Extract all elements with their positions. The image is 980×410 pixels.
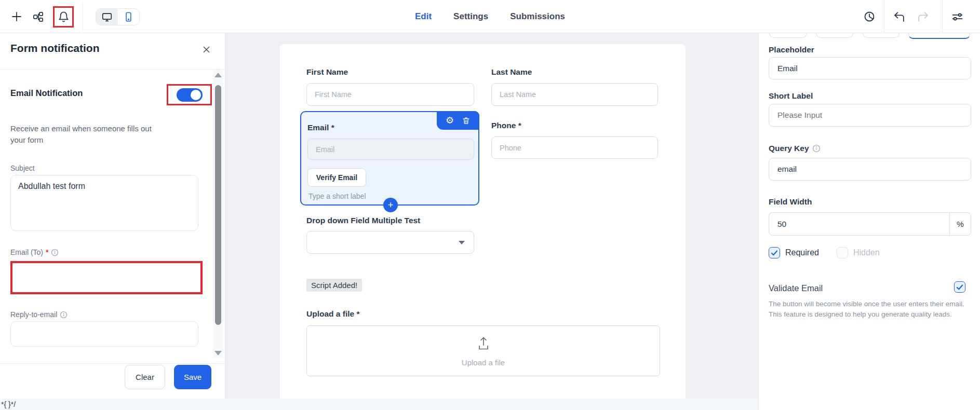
query-key-input[interactable] <box>769 158 971 181</box>
subject-label: Subject <box>10 164 35 172</box>
scroll-up-arrow[interactable] <box>214 73 222 77</box>
required-checkbox[interactable] <box>769 247 780 258</box>
subject-input[interactable]: Abdullah test form <box>10 175 198 231</box>
first-name-input[interactable] <box>306 83 474 106</box>
required-asterisk: * <box>46 248 48 256</box>
validate-email-description: The button will become visible once the … <box>769 299 965 319</box>
desktop-icon <box>101 11 113 23</box>
short-label-helper: Type a short label <box>308 192 366 200</box>
redo-button[interactable] <box>915 9 931 24</box>
query-key-label: Query Key <box>769 144 821 153</box>
main-nav: Edit Settings Submissions <box>415 0 565 33</box>
check-icon <box>956 284 963 291</box>
scroll-down-arrow[interactable] <box>214 351 222 356</box>
undo-icon <box>893 10 906 23</box>
bell-icon <box>58 11 70 23</box>
width-option-button[interactable] <box>863 33 900 38</box>
phone-input[interactable] <box>491 136 658 159</box>
bottom-strip: *{ }*/ <box>0 399 758 410</box>
info-icon[interactable] <box>812 144 821 153</box>
notifications-button[interactable] <box>56 9 71 25</box>
undo-button[interactable] <box>891 9 907 24</box>
validate-email-checkbox[interactable] <box>954 281 965 293</box>
reply-to-label: Reply-to-email <box>10 310 68 319</box>
panel-title: Form notification <box>10 42 100 54</box>
field-settings-icon[interactable]: ⚙ <box>446 116 454 125</box>
width-option-button-active[interactable] <box>908 33 970 39</box>
placeholder-input[interactable] <box>769 57 971 79</box>
email-field-label: Email * <box>307 123 334 132</box>
upload-dropzone[interactable]: Upload a file <box>306 325 660 376</box>
hidden-checkbox-label[interactable]: Hidden <box>853 248 880 257</box>
short-label-input[interactable] <box>769 104 971 127</box>
info-icon[interactable] <box>51 249 59 256</box>
close-icon <box>202 45 211 54</box>
hidden-checkbox[interactable] <box>837 247 848 258</box>
add-field-button[interactable]: + <box>383 198 398 212</box>
placeholder-label: Placeholder <box>769 45 814 54</box>
upload-placeholder: Upload a file <box>462 358 505 367</box>
toggle-highlight-box <box>167 84 212 105</box>
device-preview-toggle <box>96 8 140 25</box>
email-notification-label: Email Notification <box>10 88 83 98</box>
field-properties-panel: Placeholder Short Label Query Key Field … <box>758 33 980 410</box>
dropdown-field-label: Drop down Field Multiple Test <box>306 216 420 225</box>
dropdown-select[interactable] <box>306 231 474 254</box>
workflow-icon <box>32 11 44 23</box>
stray-code-text: *{ }*/ <box>1 400 16 408</box>
form-settings-button[interactable] <box>949 9 965 24</box>
script-added-badge: Script Added! <box>306 279 362 292</box>
top-toolbar: Edit Settings Submissions <box>0 0 980 33</box>
email-input[interactable] <box>307 139 474 160</box>
email-field-selected[interactable]: ⚙ Email * Verify Email Type a short labe… <box>300 111 479 206</box>
email-to-label: Email (To) * <box>10 248 59 256</box>
history-button[interactable] <box>862 9 877 24</box>
panel-footer-divider <box>0 363 225 364</box>
required-checkbox-label[interactable]: Required <box>785 248 819 257</box>
width-option-button[interactable] <box>769 33 807 38</box>
field-width-unit: % <box>949 212 971 236</box>
toggle-knob <box>191 90 201 100</box>
last-name-input[interactable] <box>491 83 658 106</box>
clear-button[interactable]: Clear <box>125 365 165 389</box>
close-panel-button[interactable] <box>200 44 212 55</box>
tab-settings[interactable]: Settings <box>453 11 488 22</box>
upload-field-label: Upload a file * <box>306 309 360 319</box>
upload-icon <box>475 335 492 351</box>
field-action-bar: ⚙ <box>437 111 479 130</box>
field-width-input[interactable] <box>769 212 949 236</box>
save-button[interactable]: Save <box>174 365 211 389</box>
toolbar-divider <box>83 3 83 30</box>
panel-scrollbar[interactable] <box>213 70 223 358</box>
email-notification-toggle[interactable] <box>177 88 203 102</box>
workflow-button[interactable] <box>30 9 46 24</box>
panel-header-divider <box>0 69 225 70</box>
email-to-input[interactable] <box>12 263 200 292</box>
reply-to-input[interactable] <box>10 321 198 347</box>
mobile-preview-button[interactable] <box>118 9 140 25</box>
add-button[interactable] <box>9 9 24 24</box>
verify-email-button[interactable]: Verify Email <box>307 168 366 187</box>
info-icon[interactable] <box>60 311 68 319</box>
delete-field-icon[interactable] <box>462 116 471 125</box>
email-to-highlight-box <box>10 261 203 294</box>
toolbar-divider <box>942 0 943 33</box>
sliders-icon <box>951 10 964 23</box>
scrollbar-thumb[interactable] <box>215 85 221 325</box>
tab-edit[interactable]: Edit <box>415 11 432 22</box>
clock-history-icon <box>863 10 876 23</box>
plus-icon: + <box>388 200 394 210</box>
tab-submissions[interactable]: Submissions <box>510 11 565 22</box>
form-canvas: First Name Last Name ⚙ Email * Verify Em… <box>280 44 686 399</box>
phone-label: Phone * <box>491 121 521 130</box>
form-notification-panel: Form notification Email Notification Rec… <box>0 33 225 399</box>
width-option-button[interactable] <box>816 33 853 38</box>
toolbar-divider <box>884 0 884 33</box>
email-notification-description: Receive an email when someone fills out … <box>10 123 169 146</box>
mobile-icon <box>123 11 134 22</box>
check-icon <box>771 250 778 256</box>
redo-icon <box>917 10 930 23</box>
desktop-preview-button[interactable] <box>96 9 118 25</box>
first-name-label: First Name <box>306 67 348 77</box>
plus-icon <box>11 11 22 22</box>
